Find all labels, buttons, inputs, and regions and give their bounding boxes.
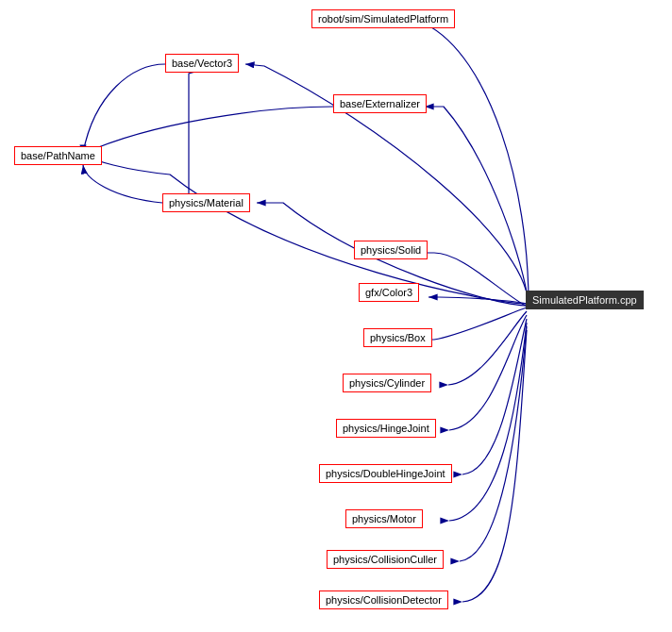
node-pathname: base/PathName [14,146,102,165]
node-externalizer: base/Externalizer [333,94,427,113]
node-vector3: base/Vector3 [165,54,239,73]
node-material: physics/Material [162,193,250,212]
diagram-container: robot/sim/SimulatedPlatform base/Vector3… [0,0,672,632]
node-collision-culler: physics/CollisionCuller [327,550,444,569]
node-box: physics/Box [363,328,432,347]
node-hinge-joint: physics/HingeJoint [336,419,436,438]
node-cylinder: physics/Cylinder [343,374,431,392]
node-double-hinge-joint: physics/DoubleHingeJoint [319,464,452,483]
node-simulated-platform: robot/sim/SimulatedPlatform [311,9,455,28]
node-simulated-platform-cpp: SimulatedPlatform.cpp [526,291,644,309]
node-solid: physics/Solid [354,241,428,259]
node-collision-detector: physics/CollisionDetector [319,590,448,609]
node-color3: gfx/Color3 [359,283,419,302]
node-motor: physics/Motor [345,509,423,528]
